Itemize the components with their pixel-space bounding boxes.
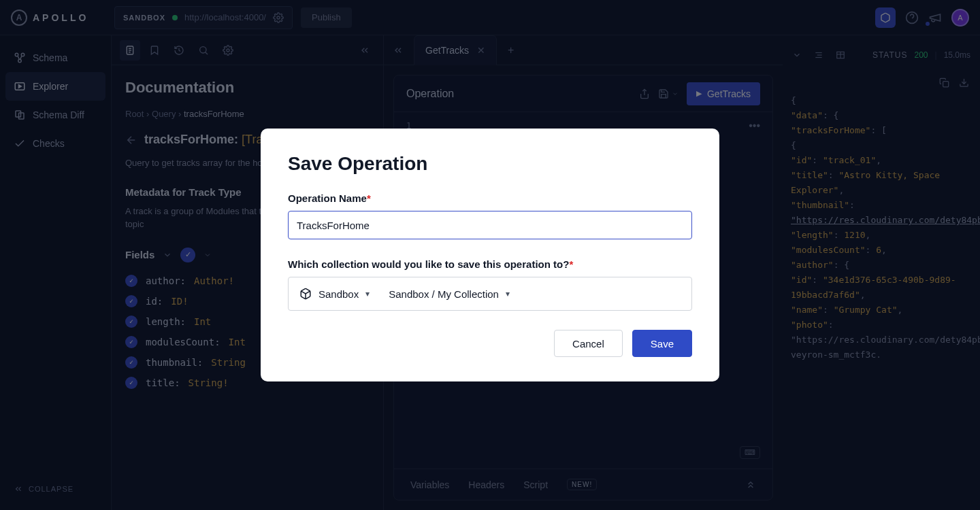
operation-name-label: Operation Name* — [288, 192, 692, 204]
modal-title: Save Operation — [288, 153, 692, 175]
save-operation-modal: Save Operation Operation Name* Which col… — [261, 129, 719, 381]
graph-select[interactable]: Sandbox ▾ — [299, 288, 370, 300]
collection-select[interactable]: Sandbox / My Collection ▾ — [389, 288, 510, 300]
graph-name: Sandbox — [318, 288, 359, 300]
collection-name: Sandbox / My Collection — [389, 288, 499, 300]
save-button[interactable]: Save — [632, 330, 692, 357]
cube-icon — [299, 288, 312, 300]
collection-selector: Sandbox ▾ Sandbox / My Collection ▾ — [288, 277, 692, 311]
modal-overlay: Save Operation Operation Name* Which col… — [0, 0, 980, 510]
operation-name-input[interactable] — [288, 211, 692, 239]
chevron-down-icon: ▾ — [506, 289, 510, 299]
chevron-down-icon: ▾ — [365, 289, 370, 299]
cancel-button[interactable]: Cancel — [554, 330, 623, 357]
collection-label: Which collection would you like to save … — [288, 258, 692, 270]
